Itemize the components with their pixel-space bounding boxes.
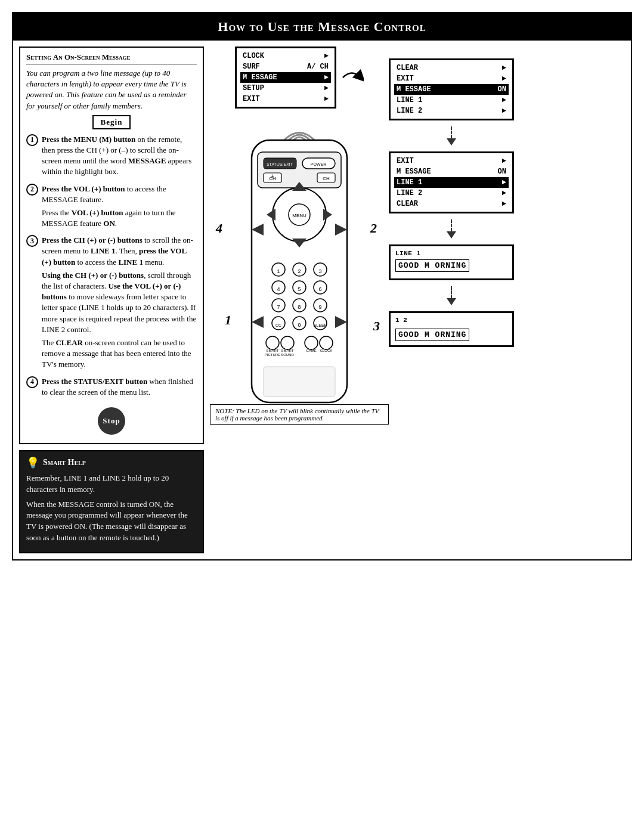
screen1-setup-label: SETUP bbox=[243, 84, 264, 92]
tv-display-1: LINE 1 GOOD M ORNING bbox=[389, 244, 514, 280]
screen3-clear-label: CLEAR bbox=[397, 200, 418, 208]
step-4: 4 Press the STATUS/EXIT button when fini… bbox=[26, 376, 197, 398]
screen1-row-clock: CLOCK ► bbox=[240, 51, 331, 61]
svg-marker-57 bbox=[335, 316, 347, 328]
screen1-exit-arrow: ► bbox=[324, 95, 329, 103]
screen2-row-exit: EXIT ► bbox=[394, 73, 509, 84]
step-4-num: 4 bbox=[26, 376, 38, 388]
smart-help-title: 💡 Smart Help bbox=[26, 456, 197, 469]
screen2-exit-label: EXIT bbox=[397, 75, 414, 83]
step-3-clear: The CLEAR on-screen control can be used … bbox=[42, 337, 197, 370]
dotted-arrow-2 bbox=[389, 219, 514, 239]
svg-marker-54 bbox=[252, 224, 264, 236]
tv-display-2-channel: 1 2 bbox=[395, 317, 507, 324]
screen2-clear-label: CLEAR bbox=[397, 64, 418, 72]
screen3-message-value: ON bbox=[498, 168, 506, 176]
page-header: How to Use the Message Control bbox=[13, 13, 631, 41]
dotted-line-2 bbox=[451, 219, 452, 231]
smart-help-box: 💡 Smart Help Remember, LINE 1 and LINE 2… bbox=[19, 450, 204, 553]
setting-box-title: Setting An On-Screen Message bbox=[26, 52, 197, 64]
screen1-row-exit: EXIT ► bbox=[240, 94, 331, 104]
step-1: 1 Press the MENU (M) button on the remot… bbox=[26, 134, 197, 178]
screen1-surf-value: A/ CH bbox=[307, 63, 329, 71]
screen3-exit-label: EXIT bbox=[397, 157, 414, 165]
smart-help-p2: When the MESSAGE control is turned ON, t… bbox=[26, 499, 197, 544]
screen2-line2-label: LINE 2 bbox=[397, 107, 422, 115]
stop-label: Stop bbox=[103, 416, 120, 426]
screen3-row-line1: LINE 1 ► bbox=[394, 177, 509, 188]
screen2-row-line1: LINE 1 ► bbox=[394, 95, 509, 106]
screen3-row-message: M ESSAGE ON bbox=[394, 166, 509, 177]
screen2-exit-arrow: ► bbox=[502, 75, 506, 83]
screen2-row-line2: LINE 2 ► bbox=[394, 106, 509, 116]
screen2-line1-arrow: ► bbox=[502, 96, 506, 104]
screen1-message-label: M ESSAGE bbox=[243, 73, 277, 82]
screen2-message-label: M ESSAGE bbox=[397, 85, 431, 94]
stop-button: Stop bbox=[98, 407, 125, 435]
screen3-exit-arrow: ► bbox=[502, 157, 506, 165]
screen3-row-line2: LINE 2 ► bbox=[394, 188, 509, 199]
svg-marker-55 bbox=[335, 224, 347, 236]
screen3-row-clear: CLEAR ► bbox=[394, 199, 509, 209]
screen1-row-surf: SURF A/ CH bbox=[240, 61, 331, 72]
screen3-clear-arrow: ► bbox=[502, 200, 506, 208]
smart-help-p1: Remember, LINE 1 and LINE 2 hold up to 2… bbox=[26, 473, 197, 496]
screen3-line2-label: LINE 2 bbox=[397, 189, 422, 197]
step-1-num: 1 bbox=[26, 134, 38, 146]
setting-box: Setting An On-Screen Message You can pro… bbox=[19, 47, 204, 444]
step-3-text: Press the CH (+) or (-) buttons to scrol… bbox=[42, 235, 197, 268]
begin-button[interactable]: Begin bbox=[92, 115, 131, 129]
screen3-line1-label: LINE 1 bbox=[397, 178, 422, 187]
menu-screen-1: CLOCK ► SURF A/ CH M ESSAGE ► bbox=[235, 47, 336, 109]
screen2-line1-label: LINE 1 bbox=[397, 96, 422, 104]
screen2-clear-arrow: ► bbox=[502, 64, 506, 72]
step-2-num: 2 bbox=[26, 184, 38, 196]
down-arrow-1 bbox=[447, 138, 456, 145]
arrow-right-1 bbox=[340, 66, 364, 89]
hand-arrows-svg bbox=[216, 113, 383, 400]
menu-screen-3: EXIT ► M ESSAGE ON LINE 1 ► LINE 2 bbox=[389, 151, 514, 213]
tv-display-2-message: GOOD M ORNING bbox=[395, 329, 469, 341]
screen2-message-value: ON bbox=[498, 85, 506, 94]
screen1-clock-label: CLOCK bbox=[243, 52, 264, 60]
bulb-icon: 💡 bbox=[26, 456, 39, 469]
screen1-setup-arrow: ► bbox=[324, 84, 329, 92]
dotted-arrow-1 bbox=[389, 126, 514, 145]
svg-marker-56 bbox=[252, 316, 264, 328]
step-4-text: Press the STATUS/EXIT button when finish… bbox=[42, 376, 197, 398]
screen1-message-arrow: ► bbox=[324, 73, 329, 82]
page-title: How to Use the Message Control bbox=[218, 19, 426, 34]
right-column: CLOCK ► SURF A/ CH M ESSAGE ► bbox=[210, 47, 625, 553]
setting-intro: You can program a two line message (up t… bbox=[26, 68, 197, 112]
left-column: Setting An On-Screen Message You can pro… bbox=[19, 47, 204, 553]
step-3-num: 3 bbox=[26, 235, 38, 247]
down-arrow-3 bbox=[447, 298, 456, 305]
page: How to Use the Message Control Setting A… bbox=[12, 12, 632, 561]
dotted-line-3 bbox=[451, 286, 452, 298]
smart-help-label: Smart Help bbox=[43, 458, 86, 467]
main-content: Setting An On-Screen Message You can pro… bbox=[13, 41, 631, 559]
down-arrow-2 bbox=[447, 231, 456, 239]
step-1-text: Press the MENU (M) button on the remote,… bbox=[42, 134, 197, 178]
tv-display-1-label: LINE 1 bbox=[395, 250, 507, 257]
screen1-surf-label: SURF bbox=[243, 63, 260, 71]
screen2-row-clear: CLEAR ► bbox=[394, 63, 509, 73]
step-2-text: Press the VOL (+) button to access the M… bbox=[42, 184, 197, 205]
screen3-message-label: M ESSAGE bbox=[397, 168, 431, 176]
screen3-line1-arrow: ► bbox=[502, 178, 506, 187]
tv-display-2: 1 2 GOOD M ORNING bbox=[389, 311, 514, 347]
screen1-clock-arrow: ► bbox=[324, 52, 329, 60]
dotted-arrow-3 bbox=[389, 286, 514, 305]
remote-area: STATUS/EXIT POWER CH + CH bbox=[216, 113, 383, 400]
center-column: CLOCK ► SURF A/ CH M ESSAGE ► bbox=[210, 47, 389, 425]
screen2-line2-arrow: ► bbox=[502, 107, 506, 115]
side-screens-column: CLEAR ► EXIT ► M ESSAGE ON LINE 1 bbox=[389, 47, 514, 347]
step-3: 3 Press the CH (+) or (-) buttons to scr… bbox=[26, 235, 197, 370]
step-2: 2 Press the VOL (+) button to access the… bbox=[26, 184, 197, 230]
right-layout: CLOCK ► SURF A/ CH M ESSAGE ► bbox=[210, 47, 625, 425]
step-3-using: Using the CH (+) or (-) buttons, scroll … bbox=[42, 270, 197, 335]
screen1-row-message: M ESSAGE ► bbox=[240, 72, 331, 83]
screen1-exit-label: EXIT bbox=[243, 95, 260, 103]
menu-screen-2: CLEAR ► EXIT ► M ESSAGE ON LINE 1 bbox=[389, 58, 514, 120]
step-2-extra: Press the VOL (+) button again to turn t… bbox=[42, 208, 197, 229]
